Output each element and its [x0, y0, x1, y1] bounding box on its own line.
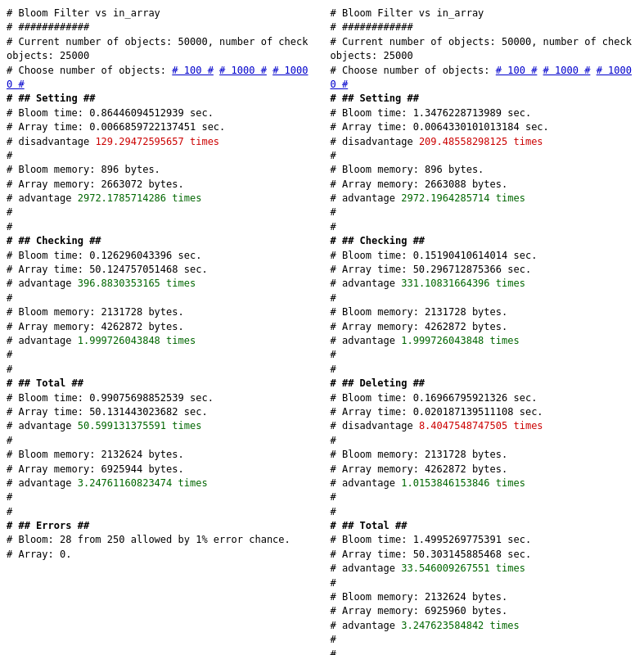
advantage-value: 33.546009267551 times [401, 562, 525, 574]
line-item: # advantage 331.10831664396 times [331, 277, 638, 291]
line-item: # [7, 505, 314, 519]
line-item: # [7, 220, 314, 234]
line-item: # Array memory: 6925944 bytes. [7, 463, 314, 477]
line-item: # Bloom time: 1.3476228713989 sec. [331, 106, 638, 120]
line-item: # Bloom time: 0.15190410614014 sec. [331, 249, 638, 263]
section-header: # ## Errors ## [7, 520, 89, 531]
advantage-value: 396.8830353165 times [78, 278, 196, 289]
line-item: # advantage 3.247623584842 times [331, 619, 638, 633]
line-item: # advantage 1.999726043848 times [331, 334, 638, 348]
left-lines: # ############# Current number of object… [7, 20, 314, 562]
line-item: # [331, 149, 638, 163]
line-item: # Array time: 0.0064330101013184 sec. [331, 120, 638, 134]
number-link-1000[interactable]: # 1000 # [543, 65, 591, 76]
line-item: # Bloom memory: 896 bytes. [7, 163, 314, 177]
line-item: # ## Checking ## [331, 234, 638, 248]
right-column: # Bloom Filter vs in_array # ###########… [331, 7, 638, 655]
section-header: # ## Total ## [331, 520, 408, 531]
advantage-value: 3.247623584842 times [401, 620, 520, 631]
line-item: # [331, 434, 638, 448]
line-item: # Array memory: 2663088 bytes. [331, 178, 638, 192]
line-item: # Bloom memory: 2131728 bytes. [7, 305, 314, 319]
line-item: # ############ [331, 20, 638, 34]
line-item: # Choose number of objects: # 100 # # 10… [7, 64, 314, 93]
line-item: # Bloom memory: 2132624 bytes. [331, 590, 638, 604]
line-item: # [331, 648, 638, 655]
line-item: # Bloom time: 0.16966795921326 sec. [331, 391, 638, 405]
line-item: # advantage 50.599131375591 times [7, 419, 314, 433]
line-item: # [331, 206, 638, 219]
line-item: # Bloom time: 0.126296043396 sec. [7, 249, 314, 263]
section-header: # ## Total ## [7, 377, 83, 389]
line-item: # Current number of objects: 50000, numb… [331, 35, 638, 64]
line-item: # [331, 363, 638, 377]
line-item: # ## Setting ## [7, 92, 314, 106]
right-lines: # ############# Current number of object… [331, 20, 638, 655]
line-item: # Bloom time: 1.4995269775391 sec. [331, 533, 638, 547]
line-item: # disadvantage 129.29472595657 times [7, 135, 314, 149]
line-item: # Array memory: 4262872 bytes. [331, 463, 638, 477]
line-item: # [331, 505, 638, 519]
line-item: # Array memory: 6925960 bytes. [331, 604, 638, 618]
number-link-1000[interactable]: # 1000 # [219, 65, 267, 76]
line-item: # ## Total ## [331, 519, 638, 533]
section-header: # ## Setting ## [331, 93, 419, 104]
line-item: # ## Setting ## [331, 92, 638, 106]
right-title: # Bloom Filter vs in_array [331, 7, 638, 20]
line-item: # Array: 0. [7, 548, 314, 562]
line-item: # ## Checking ## [7, 234, 314, 248]
advantage-value: 2972.1964285714 times [401, 192, 525, 204]
line-item: # ############ [7, 20, 314, 34]
line-item: # Array time: 0.020187139511108 sec. [331, 405, 638, 419]
disadvantage-value: 129.29472595657 times [95, 136, 219, 147]
line-item: # [7, 434, 314, 448]
section-header: # ## Checking ## [7, 235, 101, 246]
advantage-value: 3.24761160823474 times [78, 477, 208, 489]
line-item: # Bloom time: 0.99075698852539 sec. [7, 391, 314, 405]
line-item: # [331, 576, 638, 590]
line-item: # Array memory: 4262872 bytes. [7, 320, 314, 334]
line-item: # advantage 1.999726043848 times [7, 334, 314, 348]
advantage-value: 1.999726043848 times [401, 335, 520, 346]
line-item: # [7, 206, 314, 219]
line-item: # [7, 348, 314, 362]
advantage-value: 50.599131375591 times [78, 420, 202, 431]
line-item: # advantage 1.0153846153846 times [331, 477, 638, 490]
section-header: # ## Checking ## [331, 235, 426, 246]
line-item: # Array time: 0.0066859722137451 sec. [7, 120, 314, 134]
line-item: # ## Deleting ## [331, 377, 638, 391]
line-item: # Current number of objects: 50000, numb… [7, 35, 314, 64]
line-item: # [331, 220, 638, 234]
line-item: # disadvantage 209.48558298125 times [331, 135, 638, 149]
advantage-value: 331.10831664396 times [401, 278, 525, 289]
line-item: # Bloom time: 0.86446094512939 sec. [7, 106, 314, 120]
left-title: # Bloom Filter vs in_array [7, 7, 314, 20]
section-header: # ## Deleting ## [331, 377, 426, 389]
line-item: # advantage 33.546009267551 times [331, 562, 638, 576]
number-link-100[interactable]: # 100 # [172, 65, 214, 76]
line-item: # Array memory: 2663072 bytes. [7, 178, 314, 192]
line-item: # ## Errors ## [7, 519, 314, 533]
disadvantage-value: 8.4047548747505 times [419, 420, 543, 431]
line-item: # [7, 291, 314, 305]
line-item: # [7, 363, 314, 377]
line-item: # [7, 149, 314, 163]
disadvantage-value: 209.48558298125 times [419, 136, 543, 147]
line-item: # disadvantage 8.4047548747505 times [331, 419, 638, 433]
line-item: # Array time: 50.124757051468 sec. [7, 263, 314, 277]
left-column: # Bloom Filter vs in_array # ###########… [7, 7, 314, 655]
line-item: # Bloom memory: 896 bytes. [331, 163, 638, 177]
line-item: # advantage 396.8830353165 times [7, 277, 314, 291]
line-item: # Array memory: 4262872 bytes. [331, 320, 638, 334]
line-item: # advantage 3.24761160823474 times [7, 477, 314, 490]
number-link-100[interactable]: # 100 # [496, 65, 538, 76]
advantage-value: 1.999726043848 times [78, 335, 196, 346]
line-item: # Bloom memory: 2131728 bytes. [331, 305, 638, 319]
line-item: # advantage 2972.1785714286 times [7, 192, 314, 206]
line-item: # [331, 348, 638, 362]
line-item: # Bloom memory: 2131728 bytes. [331, 448, 638, 462]
line-item: # [331, 490, 638, 504]
line-item: # advantage 2972.1964285714 times [331, 192, 638, 206]
line-item: # ## Total ## [7, 377, 314, 391]
section-header: # ## Setting ## [7, 93, 95, 104]
